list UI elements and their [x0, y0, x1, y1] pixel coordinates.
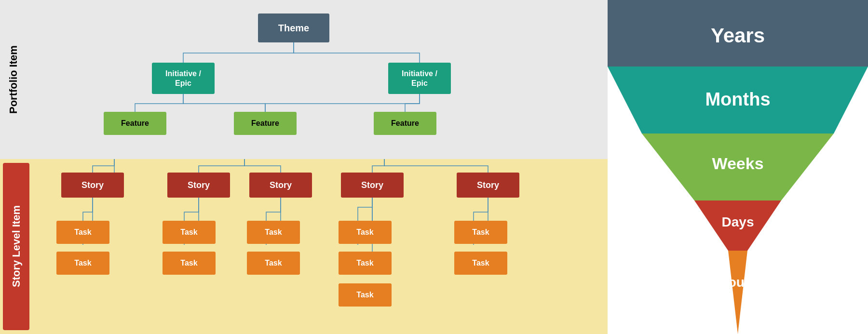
funnel-svg	[608, 0, 868, 334]
task-s2-1: Task	[163, 221, 216, 244]
feature-node-3: Feature	[374, 112, 436, 135]
portfolio-label: Portfolio Item	[0, 0, 27, 159]
svg-marker-4	[728, 251, 747, 334]
task-s4-1: Task	[339, 221, 392, 244]
svg-marker-0	[608, 0, 868, 67]
svg-marker-2	[642, 134, 834, 200]
portfolio-section: Portfolio Item	[0, 0, 608, 159]
funnel-area: Years Months Weeks Days Hours	[608, 0, 868, 334]
task-s4-3: Task	[339, 283, 392, 307]
story-node-1: Story	[61, 173, 124, 198]
feature-node-2: Feature	[234, 112, 297, 135]
diagram-area: Portfolio Item	[0, 0, 608, 334]
story-content: Story Story Story Story Story Task	[32, 159, 608, 334]
theme-node: Theme	[258, 13, 329, 42]
svg-marker-1	[608, 67, 868, 134]
story-node-4: Story	[341, 173, 404, 198]
task-s4-2: Task	[339, 252, 392, 275]
main-container: Portfolio Item	[0, 0, 868, 334]
task-s1-2: Task	[56, 252, 109, 275]
feature-node-1: Feature	[104, 112, 166, 135]
svg-marker-3	[694, 200, 781, 251]
portfolio-content: Theme Initiative /Epic Initiative /Epic …	[27, 0, 608, 159]
story-label: Story Level Item	[3, 163, 29, 330]
story-section: Story Level Item	[0, 159, 608, 334]
story-node-2: Story	[167, 173, 230, 198]
task-s5-1: Task	[454, 221, 507, 244]
task-s3-2: Task	[247, 252, 300, 275]
story-node-5: Story	[457, 173, 519, 198]
story-node-3: Story	[249, 173, 312, 198]
task-s3-1: Task	[247, 221, 300, 244]
task-s5-2: Task	[454, 252, 507, 275]
initiative-node-2: Initiative /Epic	[388, 63, 451, 94]
task-s2-2: Task	[163, 252, 216, 275]
task-s1-1: Task	[56, 221, 109, 244]
initiative-node-1: Initiative /Epic	[152, 63, 215, 94]
